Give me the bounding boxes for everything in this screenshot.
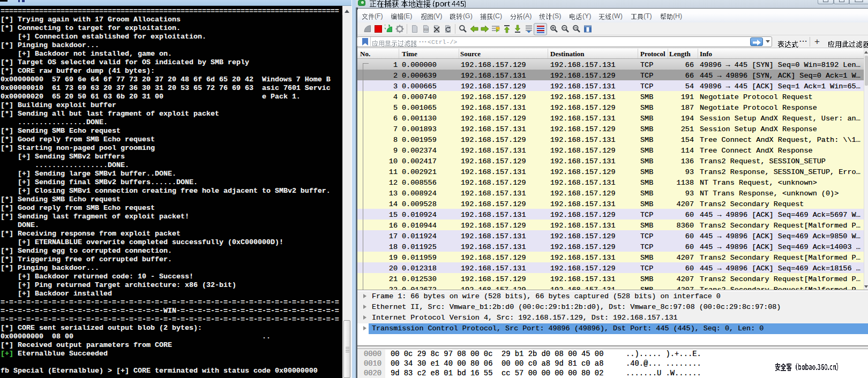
- svg-text:010: 010: [424, 28, 429, 32]
